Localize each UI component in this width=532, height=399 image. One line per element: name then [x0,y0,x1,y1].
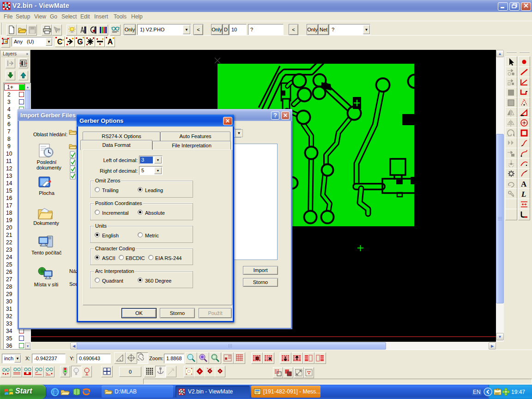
svg-text:L: L [521,190,526,199]
svg-text:A: A [521,180,527,188]
svg-text:?: ? [57,27,60,34]
